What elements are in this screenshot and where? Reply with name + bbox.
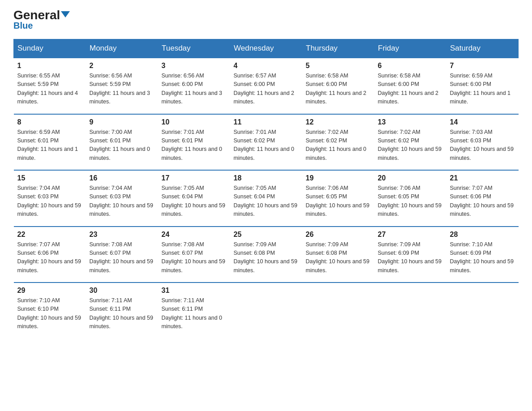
day-info: Sunrise: 6:59 AM Sunset: 6:01 PM Dayligh… bbox=[17, 128, 82, 163]
week-row-1: 1 Sunrise: 6:55 AM Sunset: 5:59 PM Dayli… bbox=[14, 58, 519, 114]
calendar-table: SundayMondayTuesdayWednesdayThursdayFrid… bbox=[13, 39, 519, 338]
day-info: Sunrise: 7:00 AM Sunset: 6:01 PM Dayligh… bbox=[90, 128, 154, 163]
calendar-cell: 10 Sunrise: 7:01 AM Sunset: 6:01 PM Dayl… bbox=[158, 114, 230, 171]
day-info: Sunrise: 7:04 AM Sunset: 6:03 PM Dayligh… bbox=[90, 184, 154, 219]
day-number: 19 bbox=[306, 174, 371, 182]
calendar-cell: 28 Sunrise: 7:10 AM Sunset: 6:09 PM Dayl… bbox=[446, 227, 519, 283]
calendar-cell: 23 Sunrise: 7:08 AM Sunset: 6:07 PM Dayl… bbox=[86, 227, 158, 283]
day-info: Sunrise: 7:02 AM Sunset: 6:02 PM Dayligh… bbox=[306, 128, 371, 163]
calendar-cell: 6 Sunrise: 6:58 AM Sunset: 6:00 PM Dayli… bbox=[374, 58, 446, 114]
calendar-cell: 19 Sunrise: 7:06 AM Sunset: 6:05 PM Dayl… bbox=[302, 170, 374, 227]
day-number: 10 bbox=[162, 118, 227, 126]
calendar-cell: 2 Sunrise: 6:56 AM Sunset: 5:59 PM Dayli… bbox=[86, 58, 158, 114]
week-row-4: 22 Sunrise: 7:07 AM Sunset: 6:06 PM Dayl… bbox=[14, 227, 519, 283]
calendar-cell: 7 Sunrise: 6:59 AM Sunset: 6:00 PM Dayli… bbox=[446, 58, 519, 114]
day-number: 17 bbox=[162, 174, 227, 182]
week-row-3: 15 Sunrise: 7:04 AM Sunset: 6:03 PM Dayl… bbox=[14, 170, 519, 227]
calendar-cell: 14 Sunrise: 7:03 AM Sunset: 6:03 PM Dayl… bbox=[446, 114, 519, 171]
day-number: 21 bbox=[450, 174, 515, 182]
weekday-header-thursday: Thursday bbox=[302, 39, 374, 58]
day-info: Sunrise: 7:07 AM Sunset: 6:06 PM Dayligh… bbox=[450, 184, 515, 219]
weekday-header-monday: Monday bbox=[86, 39, 158, 58]
day-number: 25 bbox=[234, 231, 299, 239]
day-number: 20 bbox=[378, 174, 443, 182]
day-info: Sunrise: 6:58 AM Sunset: 6:00 PM Dayligh… bbox=[306, 72, 371, 107]
calendar-cell: 13 Sunrise: 7:02 AM Sunset: 6:02 PM Dayl… bbox=[374, 114, 446, 171]
day-number: 8 bbox=[17, 118, 82, 126]
weekday-header-saturday: Saturday bbox=[446, 39, 519, 58]
day-number: 5 bbox=[306, 62, 371, 70]
day-number: 11 bbox=[234, 118, 299, 126]
day-number: 24 bbox=[162, 231, 227, 239]
calendar-cell bbox=[374, 283, 446, 338]
day-info: Sunrise: 7:08 AM Sunset: 6:07 PM Dayligh… bbox=[90, 240, 154, 275]
day-info: Sunrise: 7:01 AM Sunset: 6:01 PM Dayligh… bbox=[162, 128, 227, 163]
calendar-cell: 8 Sunrise: 6:59 AM Sunset: 6:01 PM Dayli… bbox=[14, 114, 86, 171]
weekday-header-tuesday: Tuesday bbox=[158, 39, 230, 58]
day-info: Sunrise: 7:08 AM Sunset: 6:07 PM Dayligh… bbox=[162, 240, 227, 275]
calendar-cell: 18 Sunrise: 7:05 AM Sunset: 6:04 PM Dayl… bbox=[230, 170, 302, 227]
calendar-cell: 3 Sunrise: 6:56 AM Sunset: 6:00 PM Dayli… bbox=[158, 58, 230, 114]
calendar-cell: 16 Sunrise: 7:04 AM Sunset: 6:03 PM Dayl… bbox=[86, 170, 158, 227]
day-info: Sunrise: 7:09 AM Sunset: 6:08 PM Dayligh… bbox=[234, 240, 299, 275]
day-info: Sunrise: 6:57 AM Sunset: 6:00 PM Dayligh… bbox=[234, 72, 299, 107]
day-number: 7 bbox=[450, 62, 515, 70]
calendar-cell: 30 Sunrise: 7:11 AM Sunset: 6:11 PM Dayl… bbox=[86, 283, 158, 338]
day-info: Sunrise: 6:59 AM Sunset: 6:00 PM Dayligh… bbox=[450, 72, 515, 107]
calendar-cell: 24 Sunrise: 7:08 AM Sunset: 6:07 PM Dayl… bbox=[158, 227, 230, 283]
day-info: Sunrise: 7:03 AM Sunset: 6:03 PM Dayligh… bbox=[450, 128, 515, 163]
day-info: Sunrise: 7:06 AM Sunset: 6:05 PM Dayligh… bbox=[306, 184, 371, 219]
day-info: Sunrise: 7:11 AM Sunset: 6:11 PM Dayligh… bbox=[162, 296, 227, 331]
week-row-5: 29 Sunrise: 7:10 AM Sunset: 6:10 PM Dayl… bbox=[14, 283, 519, 338]
day-info: Sunrise: 7:06 AM Sunset: 6:05 PM Dayligh… bbox=[378, 184, 443, 219]
day-info: Sunrise: 6:56 AM Sunset: 5:59 PM Dayligh… bbox=[90, 72, 154, 107]
day-number: 13 bbox=[378, 118, 443, 126]
calendar-cell: 9 Sunrise: 7:00 AM Sunset: 6:01 PM Dayli… bbox=[86, 114, 158, 171]
day-info: Sunrise: 7:07 AM Sunset: 6:06 PM Dayligh… bbox=[17, 240, 82, 275]
day-info: Sunrise: 7:02 AM Sunset: 6:02 PM Dayligh… bbox=[378, 128, 443, 163]
day-number: 14 bbox=[450, 118, 515, 126]
day-number: 16 bbox=[90, 174, 154, 182]
day-info: Sunrise: 7:09 AM Sunset: 6:09 PM Dayligh… bbox=[378, 240, 443, 275]
weekday-header-row: SundayMondayTuesdayWednesdayThursdayFrid… bbox=[14, 39, 519, 58]
page-header: General Blue bbox=[13, 9, 519, 31]
day-number: 22 bbox=[17, 231, 82, 239]
day-number: 30 bbox=[90, 287, 154, 295]
calendar-cell: 12 Sunrise: 7:02 AM Sunset: 6:02 PM Dayl… bbox=[302, 114, 374, 171]
calendar-cell: 17 Sunrise: 7:05 AM Sunset: 6:04 PM Dayl… bbox=[158, 170, 230, 227]
day-number: 23 bbox=[90, 231, 154, 239]
day-info: Sunrise: 7:04 AM Sunset: 6:03 PM Dayligh… bbox=[17, 184, 82, 219]
day-info: Sunrise: 7:09 AM Sunset: 6:08 PM Dayligh… bbox=[306, 240, 371, 275]
day-info: Sunrise: 7:11 AM Sunset: 6:11 PM Dayligh… bbox=[90, 296, 154, 331]
day-number: 29 bbox=[17, 287, 82, 295]
weekday-header-friday: Friday bbox=[374, 39, 446, 58]
day-number: 15 bbox=[17, 174, 82, 182]
day-number: 28 bbox=[450, 231, 515, 239]
calendar-cell: 4 Sunrise: 6:57 AM Sunset: 6:00 PM Dayli… bbox=[230, 58, 302, 114]
calendar-cell bbox=[302, 283, 374, 338]
calendar-cell bbox=[446, 283, 519, 338]
day-number: 2 bbox=[90, 62, 154, 70]
day-number: 26 bbox=[306, 231, 371, 239]
day-info: Sunrise: 6:58 AM Sunset: 6:00 PM Dayligh… bbox=[378, 72, 443, 107]
calendar-cell: 26 Sunrise: 7:09 AM Sunset: 6:08 PM Dayl… bbox=[302, 227, 374, 283]
day-info: Sunrise: 7:10 AM Sunset: 6:09 PM Dayligh… bbox=[450, 240, 515, 275]
day-info: Sunrise: 7:05 AM Sunset: 6:04 PM Dayligh… bbox=[234, 184, 299, 219]
logo-blue-text: Blue bbox=[13, 21, 33, 31]
day-number: 1 bbox=[17, 62, 82, 70]
day-info: Sunrise: 6:55 AM Sunset: 5:59 PM Dayligh… bbox=[17, 72, 82, 107]
day-number: 31 bbox=[162, 287, 227, 295]
day-number: 12 bbox=[306, 118, 371, 126]
day-number: 9 bbox=[90, 118, 154, 126]
logo-general-text: General bbox=[13, 9, 70, 21]
day-info: Sunrise: 7:05 AM Sunset: 6:04 PM Dayligh… bbox=[162, 184, 227, 219]
calendar-cell: 20 Sunrise: 7:06 AM Sunset: 6:05 PM Dayl… bbox=[374, 170, 446, 227]
calendar-cell bbox=[230, 283, 302, 338]
weekday-header-sunday: Sunday bbox=[14, 39, 86, 58]
calendar-cell: 25 Sunrise: 7:09 AM Sunset: 6:08 PM Dayl… bbox=[230, 227, 302, 283]
day-number: 3 bbox=[162, 62, 227, 70]
calendar-cell: 5 Sunrise: 6:58 AM Sunset: 6:00 PM Dayli… bbox=[302, 58, 374, 114]
calendar-cell: 22 Sunrise: 7:07 AM Sunset: 6:06 PM Dayl… bbox=[14, 227, 86, 283]
day-number: 6 bbox=[378, 62, 443, 70]
calendar-cell: 21 Sunrise: 7:07 AM Sunset: 6:06 PM Dayl… bbox=[446, 170, 519, 227]
